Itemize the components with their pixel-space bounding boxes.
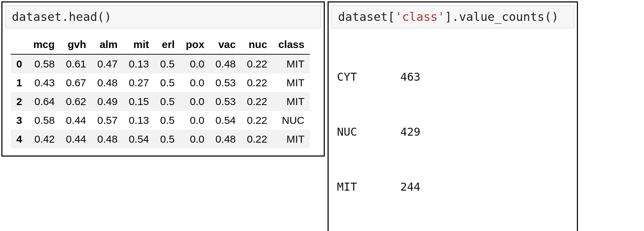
cell: 0.22 xyxy=(241,54,273,73)
value-counts-row: CYT463 xyxy=(337,68,569,86)
cell: 0.57 xyxy=(92,111,123,130)
value-counts-output: CYT463 NUC429 MIT244 ME3163 ME251 ME144 … xyxy=(337,31,569,231)
cell: 0.58 xyxy=(28,54,61,73)
table-row: 2 0.64 0.62 0.49 0.15 0.5 0.0 0.53 0.22 … xyxy=(11,92,310,111)
cell: 0.53 xyxy=(210,73,241,92)
column-header: gvh xyxy=(60,35,91,54)
code-string-literal: 'class' xyxy=(395,10,445,24)
cell: 0.64 xyxy=(28,92,61,111)
cell: 0.44 xyxy=(60,130,91,149)
cell: 0.5 xyxy=(155,92,180,111)
cell: 0.47 xyxy=(92,54,123,73)
cell: 0.0 xyxy=(180,92,210,111)
cell: 0.54 xyxy=(210,111,241,130)
cell: 0.22 xyxy=(241,92,273,111)
table-row: 3 0.58 0.44 0.57 0.13 0.5 0.0 0.54 0.22 … xyxy=(11,111,310,130)
cell: 0.48 xyxy=(92,73,123,92)
row-index: 3 xyxy=(11,111,28,130)
column-header: vac xyxy=(210,35,241,54)
column-header: mit xyxy=(123,35,154,54)
row-index: 0 xyxy=(11,54,28,73)
cell: MIT xyxy=(273,130,310,149)
column-header: pox xyxy=(180,35,210,54)
cell: 0.43 xyxy=(28,73,61,92)
row-index: 2 xyxy=(11,92,28,111)
vc-count: 244 xyxy=(382,178,420,196)
column-header: alm xyxy=(92,35,123,54)
column-header: mcg xyxy=(28,35,61,54)
value-counts-row: MIT244 xyxy=(337,178,569,196)
row-index: 4 xyxy=(11,130,28,149)
cell: 0.42 xyxy=(28,130,61,149)
cell: 0.49 xyxy=(92,92,123,111)
cell: 0.0 xyxy=(180,73,210,92)
cell: 0.48 xyxy=(210,54,241,73)
cell: NUC xyxy=(273,111,310,130)
value-counts-row: NUC429 xyxy=(337,123,569,141)
cell: 0.0 xyxy=(180,111,210,130)
table-row: 1 0.43 0.67 0.48 0.27 0.5 0.0 0.53 0.22 … xyxy=(11,73,310,92)
cell: 0.53 xyxy=(210,92,241,111)
cell: 0.13 xyxy=(123,111,154,130)
cell: 0.61 xyxy=(60,54,91,73)
cell: 0.0 xyxy=(180,54,210,73)
cell: 0.5 xyxy=(155,111,180,130)
vc-count: 429 xyxy=(382,123,420,141)
cell: 0.48 xyxy=(92,130,123,149)
column-header: erl xyxy=(155,35,180,54)
cell: MIT xyxy=(273,54,310,73)
cell: 0.5 xyxy=(155,54,180,73)
cell: MIT xyxy=(273,92,310,111)
code-prefix: dataset[ xyxy=(338,10,395,24)
vc-label: MIT xyxy=(337,178,382,196)
cell: 0.22 xyxy=(241,130,273,149)
panel-dataset-head: dataset.head() mcg gvh alm mit erl pox v… xyxy=(1,1,325,157)
code-cell-value-counts[interactable]: dataset['class'].value_counts() xyxy=(331,5,574,28)
vc-label: NUC xyxy=(337,123,382,141)
cell: 0.5 xyxy=(155,130,180,149)
cell: 0.22 xyxy=(241,111,273,130)
cell: 0.54 xyxy=(123,130,154,149)
cell: 0.15 xyxy=(123,92,154,111)
cell: 0.5 xyxy=(155,73,180,92)
cell: 0.13 xyxy=(123,54,154,73)
cell: MIT xyxy=(273,73,310,92)
vc-label: CYT xyxy=(337,68,382,86)
cell: 0.0 xyxy=(180,130,210,149)
column-header: nuc xyxy=(241,35,273,54)
code-cell-head[interactable]: dataset.head() xyxy=(5,5,321,28)
panel-value-counts: dataset['class'].value_counts() CYT463 N… xyxy=(328,1,578,231)
row-index: 1 xyxy=(11,73,28,92)
table-row: 4 0.42 0.44 0.48 0.54 0.5 0.0 0.48 0.22 … xyxy=(11,130,310,149)
code-suffix: ].value_counts() xyxy=(445,10,559,24)
vc-count: 463 xyxy=(382,68,420,86)
cell: 0.58 xyxy=(28,111,61,130)
column-header: class xyxy=(273,35,310,54)
dataframe-table: mcg gvh alm mit erl pox vac nuc class 0 … xyxy=(11,35,310,149)
cell: 0.44 xyxy=(60,111,91,130)
cell: 0.67 xyxy=(60,73,91,92)
cell: 0.22 xyxy=(241,73,273,92)
cell: 0.48 xyxy=(210,130,241,149)
cell: 0.62 xyxy=(60,92,91,111)
cell: 0.27 xyxy=(123,73,154,92)
table-corner xyxy=(11,35,28,54)
table-row: 0 0.58 0.61 0.47 0.13 0.5 0.0 0.48 0.22 … xyxy=(11,54,310,73)
